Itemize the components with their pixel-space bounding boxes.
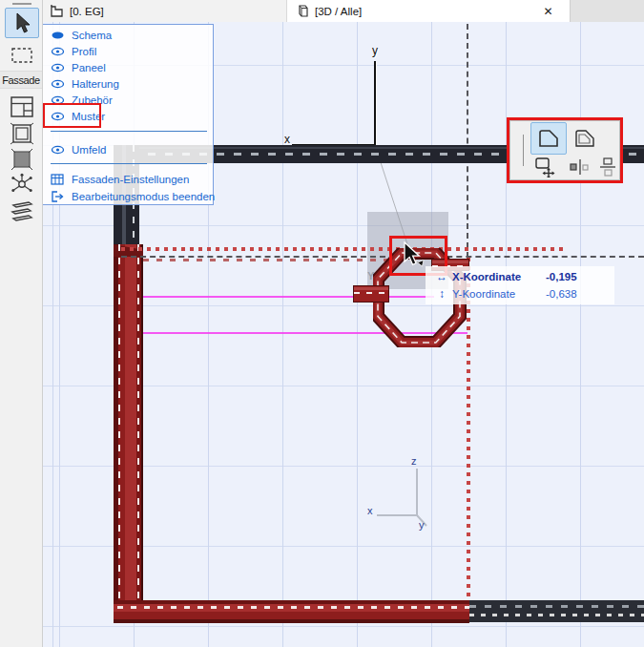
exit-icon xyxy=(51,191,65,202)
distribute-tool-button[interactable] xyxy=(594,155,621,179)
marquee-tool-button[interactable] xyxy=(5,40,39,71)
mini-axis-y-label: y xyxy=(419,519,425,531)
tab-3d-view-active[interactable]: [3D / Alle] ✕ xyxy=(287,0,571,22)
menu-item-profil[interactable]: Profil xyxy=(51,44,207,59)
mouse-cursor xyxy=(402,241,430,270)
split-tool-button[interactable] xyxy=(566,155,594,179)
panel-shape-icon xyxy=(536,127,561,150)
eye-icon xyxy=(51,79,65,89)
arrow-cursor-icon xyxy=(12,12,31,33)
arrow-tool-button[interactable] xyxy=(5,8,39,38)
eye-icon xyxy=(51,145,65,155)
menu-item-fassaden-einstellungen[interactable]: Fassaden-Einstellungen xyxy=(51,172,207,187)
octagon-left-arm[interactable] xyxy=(353,285,389,303)
facade-frame-left-member[interactable] xyxy=(114,244,143,611)
tab-bar: [0. EG] [3D / Alle] ✕ xyxy=(42,0,644,22)
y-coordinate-value[interactable]: -0,638 xyxy=(546,288,603,300)
distribute-icon xyxy=(597,157,618,177)
mini-axis-x-line xyxy=(377,514,418,516)
move-icon xyxy=(534,157,559,177)
tab-label: [0. EG] xyxy=(70,6,104,17)
menu-item-paneel[interactable]: Paneel xyxy=(51,60,207,75)
pet-palette xyxy=(507,117,623,183)
eye-closed-icon xyxy=(51,31,65,40)
selection-dotted-line-h xyxy=(121,247,565,251)
mini-axis-x-label: x xyxy=(367,505,373,516)
marquee-icon xyxy=(10,47,33,64)
panel-inset-icon xyxy=(572,127,597,150)
muster-highlight-box xyxy=(43,103,101,128)
panel-tool-button-selected[interactable] xyxy=(530,122,567,155)
selection-dotted-line-v xyxy=(467,258,470,601)
toolbar-grip[interactable] xyxy=(12,3,31,5)
filled-panel-icon xyxy=(10,148,34,171)
split-icon xyxy=(569,157,592,177)
x-coordinate-label: X-Koordinate xyxy=(452,271,546,282)
application-window: y x Y ↔ X-Koordinate -0,195 xyxy=(0,0,644,647)
menu-item-schema[interactable]: Schema xyxy=(51,28,207,43)
x-arrow-icon: ↔ xyxy=(431,270,452,283)
facade-frame-bottom-member[interactable] xyxy=(114,600,469,623)
bottom-beam[interactable] xyxy=(469,600,644,622)
toolbar-group-label: Fassade xyxy=(0,71,42,89)
frame-icon xyxy=(10,122,34,145)
tab-close-button[interactable]: ✕ xyxy=(540,3,556,19)
junction-tool-button[interactable] xyxy=(5,195,39,225)
left-toolbar: Fassade xyxy=(0,0,43,647)
coordinate-tracker: ↔ X-Koordinate -0,195 ↕ Y-Koordinate -0,… xyxy=(426,266,614,304)
menu-separator xyxy=(51,163,207,164)
menu-separator xyxy=(51,131,207,132)
y-coordinate-label: Y-Koordinate xyxy=(452,288,546,300)
facade-scheme-icon xyxy=(10,95,34,118)
menu-item-bearbeitungsmodus-beenden[interactable]: Bearbeitungsmodus beenden xyxy=(51,189,207,204)
menu-item-halterung[interactable]: Halterung xyxy=(51,76,207,92)
axis-x-label: x xyxy=(284,133,290,146)
tab-floor-plan[interactable]: [0. EG] xyxy=(42,0,287,22)
panel-inset-tool-button[interactable] xyxy=(569,122,601,155)
x-coordinate-value[interactable]: -0,195 xyxy=(546,271,603,282)
move-tool-button[interactable] xyxy=(530,155,563,179)
floor-plan-icon xyxy=(50,4,64,18)
axis-y-line xyxy=(374,61,376,146)
3d-view-icon xyxy=(295,4,309,18)
settings-table-icon xyxy=(51,174,65,185)
menu-item-umfeld[interactable]: Umfeld xyxy=(51,142,207,157)
node-star-icon xyxy=(10,172,34,197)
eye-icon xyxy=(51,63,65,73)
eye-icon xyxy=(51,47,65,56)
stacked-profiles-icon xyxy=(10,198,34,221)
mini-axis-z-line xyxy=(416,469,418,515)
axis-y-label: y xyxy=(372,44,378,57)
palette-drag-handle[interactable] xyxy=(523,135,524,166)
tab-label: [3D / Alle] xyxy=(315,6,362,17)
y-arrow-icon: ↕ xyxy=(431,287,452,301)
tab-bar-filler xyxy=(571,0,644,22)
mini-axis-z-label: z xyxy=(411,455,417,467)
reference-dashed-line-v xyxy=(467,24,468,258)
